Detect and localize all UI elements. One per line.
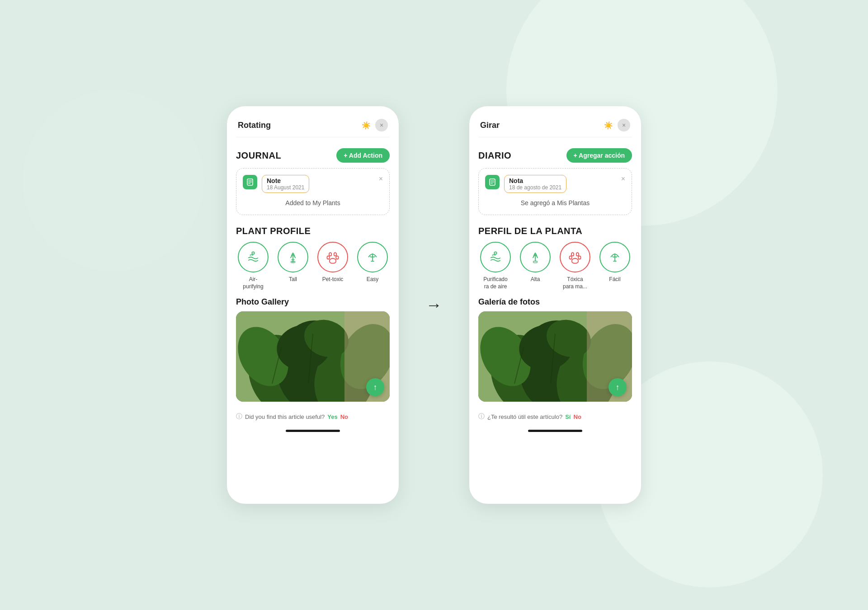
info-icon-es: ⓘ (478, 413, 485, 421)
toggle-icon-en: ☀️ (362, 121, 371, 130)
easy-icon-circle-en (357, 242, 388, 272)
add-action-btn-es[interactable]: + Agregar acción (566, 148, 632, 163)
svg-point-11 (327, 256, 329, 259)
journal-header-es: DIARIO + Agregar acción (478, 148, 632, 163)
main-container: Rotating ☀️ × JOURNAL + Add Action (227, 106, 641, 504)
article-useful-text-es: ¿Te resultó útil este artículo? (487, 413, 562, 420)
profile-icons-row-en: Air-purifying (236, 242, 390, 290)
phone-en-title: Rotating (238, 121, 271, 130)
note-icon-es (485, 175, 500, 189)
profile-item-easy-es: Fácil (598, 242, 632, 290)
svg-point-29 (494, 252, 496, 254)
plant-profile-title-es: PERFIL DE LA PLANTA (478, 226, 582, 236)
profile-item-pet-es: Tóxicapara ma... (558, 242, 592, 290)
article-yes-btn-es[interactable]: Sí (565, 413, 571, 420)
svg-point-4 (252, 252, 254, 254)
svg-rect-31 (533, 261, 538, 263)
profile-item-tall-es: Alta (518, 242, 552, 290)
entry-date-es: 18 de agosto de 2021 (509, 184, 561, 191)
svg-point-12 (336, 256, 338, 259)
gallery-title-es: Galería de fotos (478, 297, 632, 307)
home-indicator-en (286, 430, 340, 432)
svg-point-9 (329, 253, 331, 256)
profile-icons-row-es: Purificadora de aire Alta (478, 242, 632, 290)
profile-item-tall-en: Tall (276, 242, 310, 290)
gallery-title-en: Photo Gallery (236, 297, 390, 307)
tall-icon-circle-es (520, 242, 551, 272)
arrow: → (426, 296, 442, 314)
add-action-btn-en[interactable]: + Add Action (336, 148, 390, 163)
upload-btn-en[interactable]: ↑ (366, 378, 384, 396)
toggle-icon-es: ☀️ (604, 121, 613, 130)
entry-date-box-en: Note 18 August 2021 (262, 175, 309, 193)
journal-title-es: DIARIO (478, 150, 511, 161)
journal-header-en: JOURNAL + Add Action (236, 148, 390, 163)
close-btn-en[interactable]: × (375, 119, 388, 131)
entry-content-en: Note 18 August 2021 (243, 175, 309, 193)
plant-profile-es: PERFIL DE LA PLANTA Purificadora de aire (478, 219, 632, 290)
air-icon-label-es: Purificadora de aire (483, 276, 507, 290)
tall-icon-label-en: Tall (289, 276, 297, 283)
home-indicator-es (528, 430, 582, 432)
photo-gallery-en: Photo Gallery (236, 297, 390, 402)
journal-entry-en: Note 18 August 2021 × (243, 175, 383, 193)
phone-en: Rotating ☀️ × JOURNAL + Add Action (227, 106, 399, 504)
entry-date-en: 18 August 2021 (267, 184, 304, 191)
upload-btn-es[interactable]: ↑ (609, 378, 627, 396)
plant-profile-title-en: PLANT PROFILE (236, 226, 311, 236)
entry-subtitle-en: Added to My Plants (243, 197, 383, 208)
note-icon-en (243, 175, 257, 189)
plant-profile-en: PLANT PROFILE Air-purifying (236, 219, 390, 290)
pet-icon-label-es: Tóxicapara ma... (563, 276, 587, 290)
pet-icon-circle-en (317, 242, 348, 272)
article-useful-en: ⓘ Did you find this article useful? Yes … (236, 409, 390, 424)
tall-icon-label-es: Alta (531, 276, 540, 283)
tall-icon-circle-en (278, 242, 308, 272)
gallery-container-en: ↑ (236, 311, 390, 402)
easy-icon-label-es: Fácil (609, 276, 620, 283)
plant-profile-header-es: PERFIL DE LA PLANTA (478, 226, 632, 236)
journal-title-en: JOURNAL (236, 150, 281, 161)
entry-label-es: Nota (509, 177, 561, 184)
plant-profile-header-en: PLANT PROFILE (236, 226, 390, 236)
bg-decoration-3 (23, 90, 203, 271)
svg-point-34 (569, 256, 571, 259)
info-icon-en: ⓘ (236, 413, 242, 421)
entry-label-en: Note (267, 177, 304, 184)
easy-icon-circle-es (599, 242, 630, 272)
profile-item-pet-en: Pet-toxic (316, 242, 350, 290)
close-btn-es[interactable]: × (618, 119, 630, 131)
journal-card-es: Nota 18 de agosto de 2021 × Se agregó a … (478, 168, 632, 215)
entry-close-en[interactable]: × (379, 175, 383, 183)
profile-item-air-en: Air-purifying (236, 242, 270, 290)
svg-point-32 (571, 253, 574, 256)
top-bar-right-es: ☀️ × (604, 119, 630, 131)
arrow-symbol: → (426, 296, 442, 314)
top-bar-es: Girar ☀️ × (478, 115, 632, 137)
phone-es-title: Girar (480, 121, 500, 130)
journal-entry-es: Nota 18 de agosto de 2021 × (485, 175, 625, 193)
profile-item-air-es: Purificadora de aire (478, 242, 513, 290)
svg-point-33 (576, 253, 579, 256)
gallery-container-es: ↑ (478, 311, 632, 402)
entry-content-es: Nota 18 de agosto de 2021 (485, 175, 566, 193)
air-icon-label-en: Air-purifying (243, 276, 263, 290)
profile-item-easy-en: Easy (355, 242, 390, 290)
article-yes-btn-en[interactable]: Yes (327, 413, 337, 420)
article-useful-text-en: Did you find this article useful? (245, 413, 325, 420)
photo-gallery-es: Galería de fotos ↑ (478, 297, 632, 402)
top-bar-right-en: ☀️ × (362, 119, 388, 131)
pet-icon-circle-es (560, 242, 590, 272)
phone-es: Girar ☀️ × DIARIO + Agregar acción (469, 106, 641, 504)
entry-subtitle-es: Se agregó a Mis Plantas (485, 197, 625, 208)
article-no-btn-en[interactable]: No (340, 413, 348, 420)
svg-point-35 (578, 256, 580, 259)
article-no-btn-es[interactable]: No (574, 413, 581, 420)
pet-icon-label-en: Pet-toxic (322, 276, 344, 283)
top-bar-en: Rotating ☀️ × (236, 115, 390, 137)
entry-date-box-es: Nota 18 de agosto de 2021 (504, 175, 566, 193)
entry-close-es[interactable]: × (621, 175, 625, 183)
article-useful-es: ⓘ ¿Te resultó útil este artículo? Sí No (478, 409, 632, 424)
svg-point-10 (334, 253, 336, 256)
easy-icon-label-en: Easy (367, 276, 379, 283)
